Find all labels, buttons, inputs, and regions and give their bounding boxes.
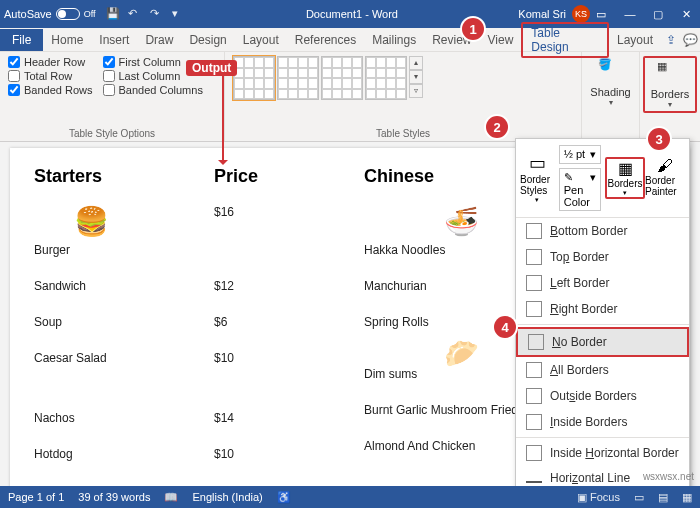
callout-3: 3 — [648, 128, 670, 150]
dd-inside-borders[interactable]: Inside Borders — [516, 409, 689, 435]
dd-all-borders[interactable]: All Borders — [516, 357, 689, 383]
tab-draw[interactable]: Draw — [137, 29, 181, 51]
chk-header-row[interactable]: Header Row — [8, 56, 93, 68]
cell[interactable]: $6 — [214, 293, 304, 329]
style-thumb[interactable] — [321, 56, 363, 100]
tab-references[interactable]: References — [287, 29, 364, 51]
inside-borders-icon — [526, 414, 542, 430]
all-borders-icon — [526, 362, 542, 378]
comments-button[interactable]: 💬 — [681, 33, 701, 47]
dd-left-border[interactable]: Left Border — [516, 270, 689, 296]
tab-layout[interactable]: Layout — [235, 29, 287, 51]
style-thumb[interactable] — [365, 56, 407, 100]
inside-h-border-icon — [526, 445, 542, 461]
borders-dropdown-button[interactable]: ▦Borders▾ — [605, 157, 645, 199]
pen-weight-select[interactable]: ½ pt▾ — [559, 145, 601, 164]
redo-icon[interactable]: ↷ — [150, 7, 164, 21]
top-border-icon — [526, 249, 542, 265]
output-label: Output — [186, 60, 237, 76]
dimsum-icon: 🥟 — [444, 337, 479, 370]
autosave-toggle[interactable]: AutoSave Off — [4, 8, 96, 20]
borders-icon: ▦ — [657, 60, 683, 86]
bucket-icon: 🪣 — [598, 58, 624, 84]
tab-mailings[interactable]: Mailings — [364, 29, 424, 51]
callout-4: 4 — [494, 316, 516, 338]
cell[interactable]: $14 — [214, 389, 304, 425]
dd-inside-h-border[interactable]: Inside Horizontal Border — [516, 440, 689, 466]
border-styles-button[interactable]: ▭Border Styles▾ — [520, 152, 555, 204]
tab-design[interactable]: Design — [181, 29, 234, 51]
cell[interactable]: Hotdog — [34, 425, 154, 461]
undo-icon[interactable]: ↶ — [128, 7, 142, 21]
minimize-button[interactable]: — — [620, 8, 640, 21]
outside-borders-icon — [526, 388, 542, 404]
border-painter-button[interactable]: 🖌Border Painter — [645, 157, 685, 199]
ribbon: Header Row Total Row Banded Rows First C… — [0, 52, 700, 142]
dd-bottom-border[interactable]: Bottom Border — [516, 218, 689, 244]
user-name: Komal Sri — [518, 8, 566, 20]
style-thumb[interactable] — [277, 56, 319, 100]
share-button[interactable]: ⇪ — [661, 33, 681, 47]
maximize-button[interactable]: ▢ — [648, 8, 668, 21]
tab-file[interactable]: File — [0, 29, 43, 51]
autosave-label: AutoSave — [4, 8, 52, 20]
shading-button[interactable]: 🪣 Shading▾ — [584, 56, 636, 109]
ribbon-options-icon[interactable]: ▭ — [596, 8, 606, 21]
tab-table-layout[interactable]: Layout — [609, 29, 661, 51]
dd-no-border[interactable]: No Border — [516, 327, 689, 357]
group-table-styles: ▴▾▿ Table Styles — [225, 52, 582, 141]
cell[interactable]: Soup — [34, 293, 154, 329]
cell[interactable]: Nachos — [34, 389, 154, 425]
quick-access-toolbar: 💾 ↶ ↷ ▾ — [106, 7, 186, 21]
gallery-more[interactable]: ▴▾▿ — [409, 56, 423, 98]
tab-insert[interactable]: Insert — [91, 29, 137, 51]
no-border-icon — [528, 334, 544, 350]
accessibility-icon[interactable]: ♿ — [277, 491, 291, 504]
heading-starters: Starters — [34, 166, 154, 187]
spell-check-icon[interactable]: 📖 — [164, 491, 178, 504]
cell[interactable]: $10 — [214, 425, 304, 461]
callout-2: 2 — [486, 116, 508, 138]
status-page[interactable]: Page 1 of 1 — [8, 491, 64, 503]
cell[interactable]: $16 — [214, 205, 304, 257]
status-bar: Page 1 of 1 39 of 39 words 📖 English (In… — [0, 486, 700, 508]
dd-top-border[interactable]: Top Border — [516, 244, 689, 270]
table-styles-gallery[interactable]: ▴▾▿ — [233, 56, 573, 100]
cell[interactable]: 🍔Burger — [34, 205, 154, 257]
print-layout-icon[interactable]: ▤ — [658, 491, 668, 504]
close-button[interactable]: ✕ — [676, 8, 696, 21]
cell[interactable]: Sandwich — [34, 257, 154, 293]
borders-button[interactable]: ▦ Borders▾ — [643, 56, 698, 113]
cell[interactable]: $10 — [214, 329, 304, 365]
hline-icon — [526, 481, 542, 483]
save-icon[interactable]: 💾 — [106, 7, 120, 21]
chk-banded-columns[interactable]: Banded Columns — [103, 84, 203, 96]
right-border-icon — [526, 301, 542, 317]
read-mode-icon[interactable]: ▭ — [634, 491, 644, 504]
cell[interactable]: $12 — [214, 257, 304, 293]
tab-table-design[interactable]: Table Design — [521, 22, 609, 58]
cell[interactable]: Caesar Salad — [34, 329, 154, 365]
chk-banded-rows[interactable]: Banded Rows — [8, 84, 93, 96]
dd-right-border[interactable]: Right Border — [516, 296, 689, 322]
qat-dropdown-icon[interactable]: ▾ — [172, 7, 186, 21]
borders-dropdown: ▭Border Styles▾ ½ pt▾ ✎ Pen Color▾ ▦Bord… — [515, 138, 690, 508]
dd-outside-borders[interactable]: Outside Borders — [516, 383, 689, 409]
user-account[interactable]: Komal Sri KS — [518, 5, 590, 23]
tab-view[interactable]: View — [480, 29, 522, 51]
left-border-icon — [526, 275, 542, 291]
callout-1: 1 — [462, 18, 484, 40]
noodles-icon: 🍜 — [444, 205, 479, 238]
pen-color-select[interactable]: ✎ Pen Color▾ — [559, 168, 601, 211]
focus-mode[interactable]: ▣ Focus — [577, 491, 620, 504]
bottom-border-icon — [526, 223, 542, 239]
tab-home[interactable]: Home — [43, 29, 91, 51]
chk-total-row[interactable]: Total Row — [8, 70, 93, 82]
web-layout-icon[interactable]: ▦ — [682, 491, 692, 504]
style-thumb[interactable] — [233, 56, 275, 100]
shading-button-group: 🪣 Shading▾ — [582, 52, 640, 141]
status-words[interactable]: 39 of 39 words — [78, 491, 150, 503]
output-arrow — [222, 76, 224, 164]
status-lang[interactable]: English (India) — [192, 491, 262, 503]
avatar: KS — [572, 5, 590, 23]
